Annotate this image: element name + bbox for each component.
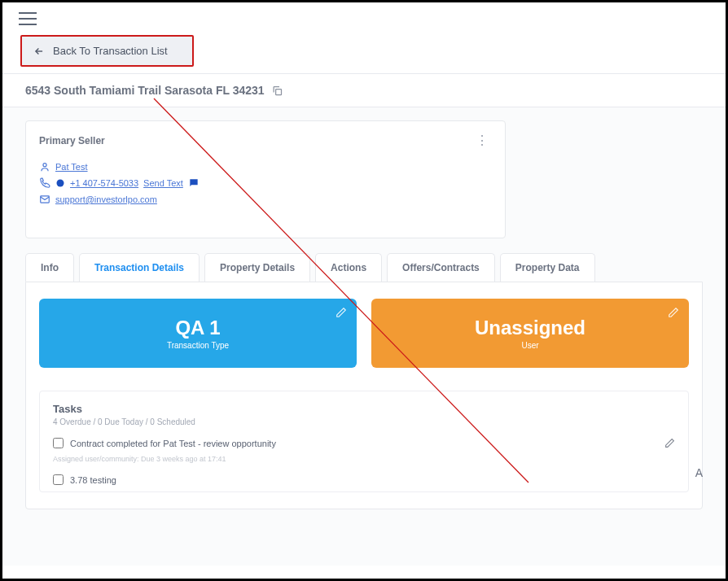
seller-name-link[interactable]: Pat Test [55, 162, 88, 172]
menu-icon[interactable] [19, 12, 37, 25]
pencil-icon[interactable] [664, 438, 675, 448]
task-subtext: Assigned user/community: Due 3 weeks ago… [53, 455, 675, 463]
tab-offers-contracts[interactable]: Offers/Contracts [387, 253, 495, 282]
tab-info[interactable]: Info [25, 253, 74, 282]
kebab-menu-icon[interactable]: ⋮ [472, 133, 492, 148]
seller-email-link[interactable]: support@investorlpo.com [55, 194, 157, 204]
mail-icon [39, 194, 50, 205]
task-item: 3.78 testing [53, 474, 675, 485]
transaction-type-card[interactable]: QA 1 Transaction Type [39, 299, 357, 368]
svg-point-1 [43, 164, 46, 167]
tab-actions[interactable]: Actions [315, 253, 382, 282]
back-button[interactable]: Back To Transaction List [20, 35, 194, 67]
side-letter: A [695, 466, 703, 479]
task-item: Contract completed for Pat Test - review… [53, 438, 675, 453]
transaction-type-subtitle: Transaction Type [54, 341, 342, 350]
tasks-title: Tasks [53, 403, 675, 415]
chat-icon [188, 177, 200, 189]
task-text: 3.78 testing [70, 475, 116, 485]
task-checkbox[interactable] [53, 474, 64, 485]
assigned-user-title: Unassigned [386, 317, 674, 339]
seller-sendtext-link[interactable]: Send Text [143, 178, 183, 188]
arrow-left-icon [33, 46, 45, 57]
svg-point-2 [57, 180, 64, 187]
task-text: Contract completed for Pat Test - review… [70, 439, 276, 448]
svg-rect-0 [275, 89, 281, 94]
tab-transaction-details[interactable]: Transaction Details [79, 253, 200, 282]
person-icon [39, 161, 50, 173]
details-panel: QA 1 Transaction Type Unassigned User Ta… [25, 282, 703, 509]
tasks-box: Tasks 4 Overdue / 0 Due Today / 0 Schedu… [39, 391, 689, 492]
transaction-type-title: QA 1 [54, 317, 342, 339]
tasks-subtitle: 4 Overdue / 0 Due Today / 0 Scheduled [53, 417, 675, 426]
copy-icon[interactable] [271, 85, 283, 97]
primary-seller-card: Primary Seller ⋮ Pat Test +1 407-574-503… [25, 120, 506, 238]
address-text: 6543 South Tamiami Trail Sarasota FL 342… [25, 84, 265, 97]
assigned-user-card[interactable]: Unassigned User [371, 299, 689, 368]
task-checkbox[interactable] [53, 438, 64, 448]
tab-property-details[interactable]: Property Details [204, 253, 310, 282]
assigned-user-subtitle: User [386, 341, 674, 350]
back-button-label: Back To Transaction List [53, 45, 168, 57]
tabs-row: Info Transaction Details Property Detail… [25, 253, 703, 282]
phone-icon [39, 177, 50, 189]
tab-property-data[interactable]: Property Data [500, 253, 595, 282]
seller-card-title: Primary Seller [39, 135, 105, 146]
seller-phone-link[interactable]: +1 407-574-5033 [70, 178, 138, 188]
phone-badge-icon [55, 178, 65, 188]
